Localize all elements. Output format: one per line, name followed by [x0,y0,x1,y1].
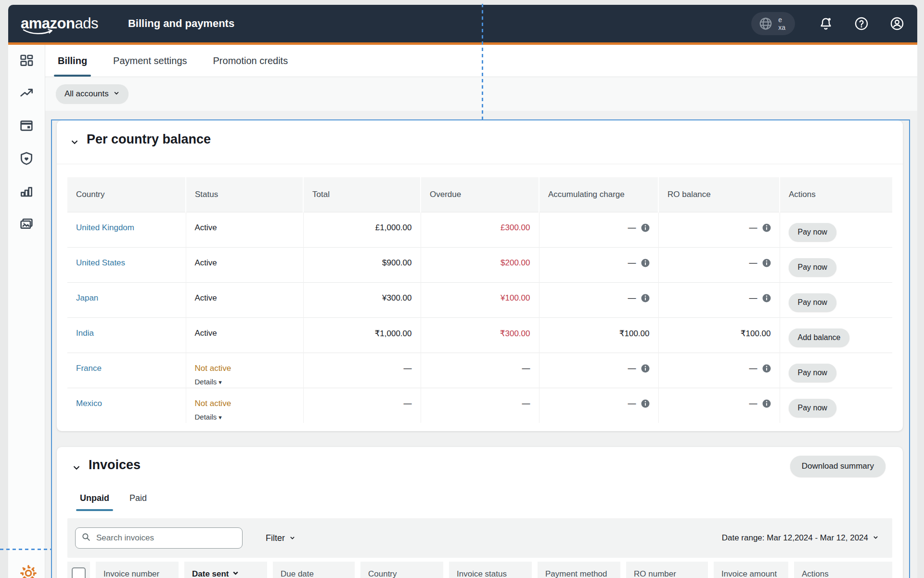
country-link[interactable]: France [76,364,102,373]
col-status: Status [186,177,303,212]
info-icon[interactable] [762,223,771,232]
invoices-table-header: Invoice number Date sent Due date Countr… [67,562,892,578]
col-payment-method[interactable]: Payment method [538,562,620,578]
table-row: India Active ₹1,000.00 ₹300.00 ₹100.00 ₹… [67,317,892,353]
table-row: United States Active $900.00 $200.00 — —… [67,247,892,282]
pay-now-button[interactable]: Pay now [789,223,836,241]
col-actions: Actions [794,562,892,578]
col-invoice-amount[interactable]: Invoice amount [714,562,788,578]
help-icon[interactable] [854,16,869,31]
tab-promotion-credits[interactable]: Promotion credits [211,45,290,77]
amazon-ads-logo[interactable]: amazon ads [21,15,98,32]
filter-label: Filter [266,533,285,543]
col-total: Total [303,177,421,212]
pay-now-button[interactable]: Pay now [789,399,836,417]
table-row: Japan Active ¥300.00 ¥100.00 — — Pay now [67,282,892,317]
account-user-icon[interactable] [889,16,905,31]
download-summary-button[interactable]: Download summary [790,456,886,477]
details-toggle[interactable]: Details [195,413,295,421]
col-actions: Actions [780,177,892,212]
notifications-bell-icon[interactable] [818,16,834,31]
country-link[interactable]: United Kingdom [76,223,134,232]
info-icon[interactable] [762,294,771,302]
total-value: — [303,353,421,388]
country-link[interactable]: United States [76,258,125,267]
select-all-cell [67,562,90,578]
top-navbar: amazon ads Billing and payments e xa [8,5,917,42]
tab-paid[interactable]: Paid [128,493,148,511]
tab-unpaid[interactable]: Unpaid [79,493,110,511]
status-text: Not active [195,399,231,408]
sidebar-item-reports-bar-chart-icon[interactable] [19,184,34,199]
info-icon[interactable] [762,399,771,408]
select-all-checkbox[interactable] [72,567,86,578]
ro-balance-value: ₹100.00 [658,317,780,353]
logo-text-ads: ads [75,15,98,32]
locale-text-bottom: xa [778,24,785,31]
pay-now-button[interactable]: Pay now [789,364,836,382]
col-accumulating: Accumulating charge [539,177,658,212]
status-text: Not active [195,364,231,373]
total-value: £1,000.00 [303,212,421,247]
collapse-chevron-icon[interactable] [69,137,80,149]
info-icon[interactable] [641,364,650,373]
details-toggle[interactable]: Details [195,378,295,386]
divider [57,164,903,164]
col-invoice-status[interactable]: Invoice status [449,562,532,578]
country-link[interactable]: Mexico [76,399,102,408]
info-icon[interactable] [762,364,771,373]
accumulating-value: — [628,223,636,233]
sidebar-item-brand-safety-shield-icon[interactable] [19,151,34,166]
sidebar-item-creative-assets-icon[interactable] [19,216,34,232]
ro-balance-value: — [749,399,757,408]
info-icon[interactable] [641,223,650,232]
navbar-right-cluster: e xa [751,12,905,35]
info-icon[interactable] [641,259,650,267]
accumulating-value: — [628,293,636,303]
status-text: Active [195,293,217,302]
overdue-value: ¥100.00 [421,282,539,317]
invoices-toolbar: Filter Date range: Mar 12,2024 - Mar 12,… [67,518,892,558]
pay-now-button[interactable]: Pay now [789,293,836,312]
pay-now-button[interactable]: Pay now [789,258,836,276]
search-invoices-input[interactable] [95,533,236,543]
info-icon[interactable] [641,294,650,302]
col-date-sent[interactable]: Date sent [184,562,267,578]
total-value: $900.00 [303,247,421,282]
info-icon[interactable] [641,399,650,408]
col-invoice-number[interactable]: Invoice number [96,562,179,578]
status-text: Active [195,258,217,267]
status-text: Active [195,223,217,232]
table-row: United Kingdom Active £1,000.00 £300.00 … [67,212,892,247]
account-filter-row: All accounts [45,77,917,111]
tab-payment-settings[interactable]: Payment settings [111,45,189,77]
add-balance-button[interactable]: Add balance [789,328,850,347]
col-due-date[interactable]: Due date [273,562,355,578]
tab-billing[interactable]: Billing [56,45,89,77]
overdue-value: $200.00 [421,247,539,282]
country-link[interactable]: India [76,328,94,338]
ro-balance-value: — [749,293,757,303]
country-link[interactable]: Japan [76,293,98,302]
date-range-dropdown[interactable]: Date range: Mar 12,2024 - Mar 12, 2024 [722,533,879,543]
total-value: ¥300.00 [303,282,421,317]
overdue-value: — [421,388,539,423]
globe-icon [758,16,773,31]
locale-selector[interactable]: e xa [751,12,795,35]
accumulating-value: — [628,364,636,373]
sidebar-item-dashboard-grid-icon[interactable] [19,53,34,68]
filter-dropdown[interactable]: Filter [266,533,295,543]
ro-balance-value: — [749,223,757,233]
info-icon[interactable] [762,259,771,267]
overdue-value: ₹300.00 [421,317,539,353]
col-country[interactable]: Country [360,562,443,578]
sidebar-item-performance-trend-icon[interactable] [19,85,34,101]
all-accounts-dropdown[interactable]: All accounts [56,84,128,104]
col-ro-number[interactable]: RO number [626,562,708,578]
table-header-row: Country Status Total Overdue Accumulatin… [67,177,892,212]
section-tabbar: Billing Payment settings Promotion credi… [45,45,917,77]
accumulating-value: — [628,399,636,408]
sidebar-item-billing-card-icon[interactable] [19,118,34,133]
collapse-chevron-icon[interactable] [71,462,82,475]
settings-gear-icon[interactable] [19,564,38,578]
